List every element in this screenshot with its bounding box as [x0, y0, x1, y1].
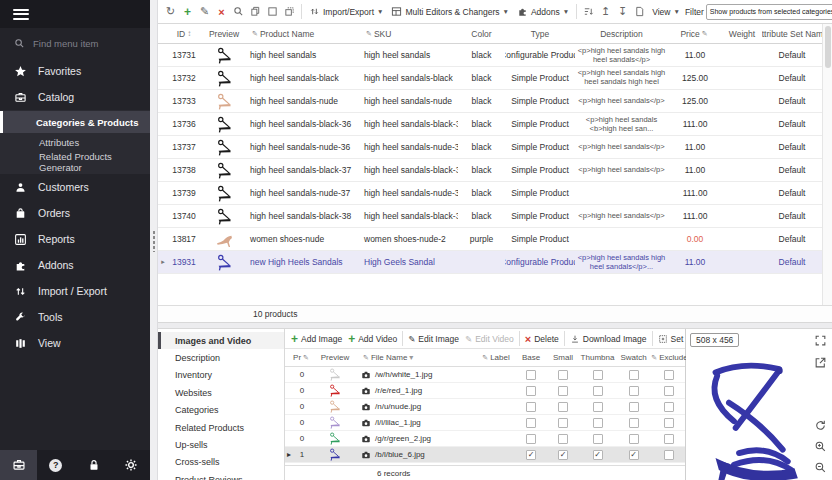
- row-expander[interactable]: [158, 205, 168, 227]
- image-row[interactable]: 0/g/r/green_2.jpg: [285, 431, 685, 447]
- zoom-out-icon[interactable]: [814, 461, 827, 474]
- col-swatch[interactable]: Swatch: [616, 349, 651, 366]
- col-preview[interactable]: Preview: [200, 24, 248, 43]
- checkbox-small[interactable]: [558, 418, 568, 428]
- checkbox-thumbnail[interactable]: [593, 418, 603, 428]
- checkbox-small[interactable]: [558, 386, 568, 396]
- checkbox-exclude[interactable]: [664, 450, 674, 460]
- sidebar-item-view[interactable]: View: [0, 330, 150, 356]
- refresh-button[interactable]: ↻: [163, 4, 178, 20]
- col-color[interactable]: Color: [458, 24, 505, 43]
- sidebar-subitem-categories-products[interactable]: Categories & Products: [0, 111, 150, 133]
- sidebar-subitem-attributes[interactable]: Attributes: [0, 133, 150, 152]
- tab-categories[interactable]: Categories: [158, 402, 284, 419]
- product-row[interactable]: 13732high heel sandals-blackhigh heel sa…: [158, 67, 822, 90]
- col-price[interactable]: Price✎: [668, 24, 722, 43]
- row-expander[interactable]: ▸: [158, 251, 168, 273]
- page-view-button[interactable]: [632, 4, 647, 20]
- open-external-icon[interactable]: [814, 356, 827, 369]
- image-row[interactable]: 0/l/i/lilac_1.jpg: [285, 415, 685, 431]
- row-expander[interactable]: [285, 415, 293, 430]
- row-expander[interactable]: [158, 44, 168, 66]
- image-size-badge[interactable]: 508 x 456: [690, 333, 739, 347]
- addons-menu[interactable]: Addons ▼: [514, 6, 572, 17]
- row-expander[interactable]: [285, 383, 293, 398]
- move-down-button[interactable]: ↧: [615, 4, 630, 20]
- checkbox-base[interactable]: [526, 402, 536, 412]
- sidebar-subitem-related-products-generator[interactable]: Related Products Generator: [0, 152, 150, 171]
- row-expander[interactable]: [158, 90, 168, 112]
- checkbox-exclude[interactable]: [664, 402, 674, 412]
- col-small[interactable]: Small: [547, 349, 579, 366]
- checkbox-swatch[interactable]: [629, 386, 639, 396]
- tab-images-and-video[interactable]: Images and Video: [158, 332, 284, 349]
- tab-websites[interactable]: Websites: [158, 384, 284, 401]
- checkbox-exclude[interactable]: [664, 386, 674, 396]
- row-expander[interactable]: [158, 159, 168, 181]
- multi-editors-menu[interactable]: Multi Editors & Changers ▼: [388, 6, 511, 17]
- col-preview[interactable]: Preview: [311, 349, 359, 366]
- checkbox-exclude[interactable]: [664, 434, 674, 444]
- checkbox-swatch[interactable]: ✓: [629, 450, 639, 460]
- search-button[interactable]: [231, 4, 246, 20]
- checkbox-exclude[interactable]: [664, 370, 674, 380]
- select-checkbox-button[interactable]: [265, 4, 280, 20]
- hamburger-menu-icon[interactable]: [13, 6, 29, 22]
- sort-az-button[interactable]: [581, 4, 596, 20]
- tab-description[interactable]: Description: [158, 349, 284, 366]
- tab-cross-sells[interactable]: Cross-sells: [158, 454, 284, 471]
- image-row[interactable]: ▸1/b/l/blue_6.jpg✓✓✓✓: [285, 447, 685, 463]
- image-row[interactable]: 0/n/u/nude.jpg: [285, 399, 685, 415]
- product-row[interactable]: ▸13931new High Heels SandalsHigh Geels S…: [158, 251, 822, 274]
- add-video-button[interactable]: +Add Video: [345, 332, 400, 346]
- edit-video-button[interactable]: ✎Edit Video: [462, 334, 517, 344]
- checkbox-thumbnail[interactable]: ✓: [593, 450, 603, 460]
- row-expander[interactable]: [158, 182, 168, 204]
- col-base[interactable]: Base: [515, 349, 547, 366]
- vertical-scrollbar[interactable]: [822, 24, 832, 305]
- checkbox-base[interactable]: [526, 386, 536, 396]
- zoom-in-icon[interactable]: [814, 440, 827, 453]
- sidebar-item-catalog[interactable]: Catalog: [0, 84, 150, 110]
- checkbox-swatch[interactable]: [629, 402, 639, 412]
- checkbox-base[interactable]: [526, 370, 536, 380]
- set-resize-rule-button[interactable]: Set Resize Rule▼: [655, 334, 685, 344]
- product-row[interactable]: 13738high heel sandals-black-37high heel…: [158, 159, 822, 182]
- checkbox-swatch[interactable]: [629, 370, 639, 380]
- image-row[interactable]: 0/r/e/red_1.jpg: [285, 383, 685, 399]
- checkbox-thumbnail[interactable]: [593, 434, 603, 444]
- col-position[interactable]: Pr✎: [293, 349, 311, 366]
- download-image-button[interactable]: Download Image: [567, 334, 650, 344]
- checkbox-swatch[interactable]: [629, 418, 639, 428]
- sidebar-item-customers[interactable]: Customers: [0, 174, 150, 200]
- row-expander[interactable]: [285, 399, 293, 414]
- product-row[interactable]: 13733high heel sandals-nudehigh heel san…: [158, 90, 822, 113]
- product-row[interactable]: 13739high heel sandals-nude-37high heel …: [158, 182, 822, 205]
- product-row[interactable]: 13740high heel sandals-black-38high heel…: [158, 205, 822, 228]
- row-expander[interactable]: [158, 113, 168, 135]
- col-label[interactable]: ✎Label: [475, 349, 515, 366]
- product-row[interactable]: 13737high heel sandals-nude-36high heel …: [158, 136, 822, 159]
- col-exclude[interactable]: ✎Exclude: [651, 349, 686, 366]
- row-expander[interactable]: [285, 367, 293, 382]
- checkbox-thumbnail[interactable]: [593, 402, 603, 412]
- checkbox-thumbnail[interactable]: [593, 370, 603, 380]
- row-expander[interactable]: [158, 228, 168, 250]
- product-row[interactable]: 13736high heel sandals-black-36high heel…: [158, 113, 822, 136]
- col-id[interactable]: ID↕: [168, 24, 200, 43]
- checkbox-base[interactable]: ✓: [526, 450, 536, 460]
- sidebar-footer-help-button[interactable]: ?: [37, 450, 75, 480]
- image-row[interactable]: 0/w/h/white_1.jpg: [285, 367, 685, 383]
- rotate-icon[interactable]: [814, 419, 827, 432]
- row-expander[interactable]: [158, 136, 168, 158]
- checkbox-small[interactable]: ✓: [558, 450, 568, 460]
- edit-product-button[interactable]: ✎: [197, 4, 212, 20]
- col-product-name[interactable]: ✎Product Name: [248, 24, 362, 43]
- sidebar-footer-lock-button[interactable]: [75, 450, 113, 480]
- sidebar-item-orders[interactable]: Orders: [0, 200, 150, 226]
- delete-image-button[interactable]: ×Delete: [522, 333, 562, 345]
- tab-up-sells[interactable]: Up-sells: [158, 436, 284, 453]
- checkbox-thumbnail[interactable]: [593, 386, 603, 396]
- col-sku[interactable]: ✎SKU: [362, 24, 458, 43]
- import-export-menu[interactable]: Import/Export ▼: [306, 6, 386, 17]
